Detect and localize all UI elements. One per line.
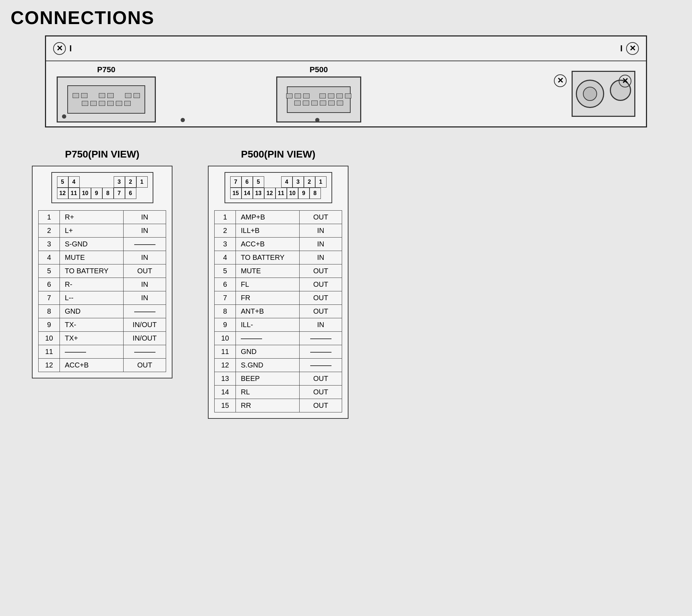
p500-inner xyxy=(287,86,351,113)
signal-direction xyxy=(124,238,166,251)
signal-name: FL xyxy=(236,278,300,291)
signal-direction: IN xyxy=(124,251,166,264)
p500-table: 1AMP+BOUT2ILL+BIN3ACC+BIN4TO BATTERYIN5M… xyxy=(214,210,342,412)
page-title: CONNECTIONS xyxy=(11,7,681,28)
p750-view-box: 54321 1211109876 1R+IN2L+IN3S-GND4MUTEIN… xyxy=(32,166,172,378)
signal-name: MUTE xyxy=(60,251,124,264)
table-row: 8GND xyxy=(39,305,166,318)
x-icon-box: ✕ xyxy=(619,75,631,87)
x-icon-right: ✕ xyxy=(626,42,639,55)
pin-number: 4 xyxy=(39,251,60,264)
signal-direction: IN xyxy=(300,318,342,332)
signal-direction: OUT xyxy=(124,264,166,278)
x-icon-left: ✕ xyxy=(53,42,66,55)
table-row: 11GND xyxy=(215,345,342,359)
table-row: 4TO BATTERYIN xyxy=(215,251,342,264)
p500-pin-view: P500(PIN VIEW) 7654321 15141312111098 1A… xyxy=(208,149,348,419)
table-row: 9ILL-IN xyxy=(215,318,342,332)
table-row: 7L--IN xyxy=(39,291,166,305)
signal-name xyxy=(60,345,124,359)
signal-direction: IN xyxy=(300,238,342,251)
signal-direction: OUT xyxy=(300,291,342,305)
signal-direction: IN/OUT xyxy=(124,332,166,345)
signal-direction: IN xyxy=(124,211,166,224)
signal-name: GND xyxy=(60,305,124,318)
table-row: 10TX+IN/OUT xyxy=(39,332,166,345)
pin-number: 6 xyxy=(215,278,236,291)
pin-number: 8 xyxy=(215,305,236,318)
p750-inner xyxy=(67,85,145,114)
pin-number: 7 xyxy=(215,291,236,305)
p750-connector-group: P750 xyxy=(57,65,156,122)
p500-connector-group: P500 xyxy=(276,65,361,122)
signal-name: MUTE xyxy=(236,264,300,278)
signal-direction: OUT xyxy=(124,359,166,372)
signal-name: L+ xyxy=(60,224,124,238)
p750-pin-diagram: 54321 1211109876 xyxy=(51,172,153,203)
signal-name: GND xyxy=(236,345,300,359)
table-row: 3ACC+BIN xyxy=(215,238,342,251)
pin-number: 9 xyxy=(215,318,236,332)
signal-name: ILL+B xyxy=(236,224,300,238)
pin-number: 4 xyxy=(215,251,236,264)
pin-number: 5 xyxy=(215,264,236,278)
table-row: 3S-GND xyxy=(39,238,166,251)
signal-direction xyxy=(300,332,342,345)
table-row: 10 xyxy=(215,332,342,345)
pin-number: 6 xyxy=(39,278,60,291)
signal-direction xyxy=(300,359,342,372)
table-row: 9TX-IN/OUT xyxy=(39,318,166,332)
table-row: 7FROUT xyxy=(215,291,342,305)
signal-direction: OUT xyxy=(300,386,342,399)
table-row: 12ACC+BOUT xyxy=(39,359,166,372)
pin-number: 10 xyxy=(215,332,236,345)
signal-direction xyxy=(124,345,166,359)
signal-direction: OUT xyxy=(300,399,342,412)
table-row: 1AMP+BOUT xyxy=(215,211,342,224)
p750-table: 1R+IN2L+IN3S-GND4MUTEIN5TO BATTERYOUT6R-… xyxy=(38,210,166,372)
signal-direction: OUT xyxy=(300,264,342,278)
signal-direction xyxy=(124,305,166,318)
table-row: 12S.GND xyxy=(215,359,342,372)
table-row: 2ILL+BIN xyxy=(215,224,342,238)
signal-name: AMP+B xyxy=(236,211,300,224)
signal-name: R+ xyxy=(60,211,124,224)
pin-number: 12 xyxy=(215,359,236,372)
p500-unit-connector xyxy=(276,76,361,122)
signal-name: TX- xyxy=(60,318,124,332)
pin-number: 2 xyxy=(215,224,236,238)
signal-direction: IN xyxy=(300,224,342,238)
p750-unit-connector xyxy=(57,76,156,122)
signal-direction: OUT xyxy=(300,305,342,318)
p750-pin-view: P750(PIN VIEW) 54321 1211109876 1R+IN2L+… xyxy=(32,149,172,378)
pin-number: 14 xyxy=(215,386,236,399)
p750-unit-label: P750 xyxy=(97,65,115,74)
pin-views-container: P750(PIN VIEW) 54321 1211109876 1R+IN2L+… xyxy=(11,149,681,419)
p500-unit-label: P500 xyxy=(310,65,328,74)
signal-direction: OUT xyxy=(300,278,342,291)
signal-direction: IN xyxy=(124,224,166,238)
table-row: 5TO BATTERYOUT xyxy=(39,264,166,278)
unit-top-bar: ✕ I I ✕ xyxy=(46,36,646,61)
signal-name: ILL- xyxy=(236,318,300,332)
signal-direction: IN xyxy=(300,251,342,264)
pin-number: 7 xyxy=(39,291,60,305)
dot-1 xyxy=(181,118,185,122)
pin-number: 11 xyxy=(215,345,236,359)
table-row: 11 xyxy=(39,345,166,359)
signal-name: ACC+B xyxy=(60,359,124,372)
signal-name: FR xyxy=(236,291,300,305)
signal-direction: OUT xyxy=(300,372,342,386)
table-row: 2L+IN xyxy=(39,224,166,238)
p750-view-title: P750(PIN VIEW) xyxy=(65,149,139,160)
unit-body: P750 xyxy=(46,61,646,126)
table-row: 1R+IN xyxy=(39,211,166,224)
table-row: 6FLOUT xyxy=(215,278,342,291)
table-row: 15RROUT xyxy=(215,399,342,412)
signal-name: R- xyxy=(60,278,124,291)
x-icon-bottom-center: ✕ xyxy=(554,74,567,87)
circle-left xyxy=(576,80,604,108)
unit-diagram: ✕ I I ✕ P750 xyxy=(45,35,647,127)
signal-direction: IN xyxy=(124,278,166,291)
pin-number: 13 xyxy=(215,372,236,386)
